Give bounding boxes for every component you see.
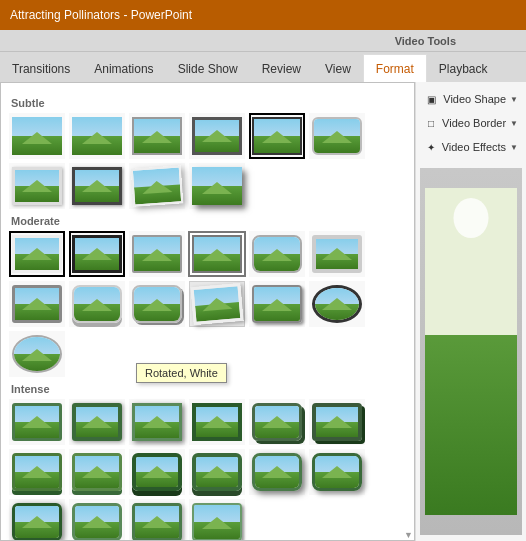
slide-thumbnail: [425, 188, 517, 515]
moderate-style-7[interactable]: [9, 281, 65, 327]
intense-style-16[interactable]: [189, 499, 245, 541]
tab-review[interactable]: Review: [250, 56, 313, 82]
video-effects-chevron: ▼: [510, 143, 518, 152]
moderate-style-13[interactable]: [9, 331, 65, 377]
intense-style-8[interactable]: [69, 449, 125, 495]
intense-style-13[interactable]: [9, 499, 65, 541]
subtle-style-10[interactable]: [189, 163, 245, 209]
tab-view[interactable]: View: [313, 56, 363, 82]
main-layout: Subtle: [0, 82, 526, 541]
moderate-style-11[interactable]: [249, 281, 305, 327]
tab-playback[interactable]: Playback: [427, 56, 500, 82]
subtle-style-1[interactable]: [9, 113, 65, 159]
intense-style-11[interactable]: [249, 449, 305, 495]
tab-transitions[interactable]: Transitions: [0, 56, 82, 82]
subtle-style-4[interactable]: [189, 113, 245, 159]
intense-style-7[interactable]: [9, 449, 65, 495]
subtle-style-9[interactable]: [129, 163, 185, 209]
intense-style-5[interactable]: [249, 399, 305, 445]
moderate-style-8[interactable]: [69, 281, 125, 327]
moderate-grid: [9, 231, 406, 377]
section-moderate: Moderate: [9, 215, 406, 227]
intense-style-3[interactable]: [129, 399, 185, 445]
video-tools-bar: Video Tools: [0, 30, 526, 52]
tab-slideshow[interactable]: Slide Show: [166, 56, 250, 82]
video-shape-chevron: ▼: [510, 95, 518, 104]
intense-style-15[interactable]: [129, 499, 185, 541]
intense-style-10[interactable]: [189, 449, 245, 495]
right-panel: ▣ Video Shape ▼ □ Video Border ▼ ✦ Video…: [415, 82, 526, 541]
slide-flower: [454, 198, 489, 238]
subtle-style-2[interactable]: [69, 113, 125, 159]
video-border-icon: □: [424, 115, 438, 131]
video-effects-label: Video Effects: [442, 141, 506, 153]
subtle-grid: [9, 113, 406, 209]
moderate-style-6[interactable]: [309, 231, 365, 277]
style-dropdown-panel: Subtle: [0, 82, 415, 541]
subtle-style-3[interactable]: [129, 113, 185, 159]
subtle-style-7[interactable]: [9, 163, 65, 209]
intense-style-14[interactable]: [69, 499, 125, 541]
slide-ground: [425, 335, 517, 515]
moderate-style-2[interactable]: [69, 231, 125, 277]
moderate-style-9[interactable]: [129, 281, 185, 327]
tab-animations[interactable]: Animations: [82, 56, 165, 82]
intense-style-12[interactable]: [309, 449, 365, 495]
intense-style-6[interactable]: [309, 399, 365, 445]
moderate-style-5[interactable]: [249, 231, 305, 277]
title-text: Attracting Pollinators - PowerPoint: [10, 8, 192, 22]
video-border-label: Video Border: [442, 117, 506, 129]
video-effects-icon: ✦: [424, 139, 438, 155]
subtle-style-6[interactable]: [309, 113, 365, 159]
subtle-style-8[interactable]: [69, 163, 125, 209]
moderate-style-4[interactable]: [189, 231, 245, 277]
intense-style-2[interactable]: [69, 399, 125, 445]
intense-style-4[interactable]: [189, 399, 245, 445]
intense-grid: [9, 399, 406, 541]
moderate-style-12[interactable]: [309, 281, 365, 327]
tab-format[interactable]: Format: [363, 54, 427, 82]
scroll-indicator: ▼: [404, 530, 412, 538]
ribbon-tabs: Transitions Animations Slide Show Review…: [0, 52, 526, 82]
video-border-button[interactable]: □ Video Border ▼: [420, 112, 522, 134]
tooltip-rotated-white: Rotated, White: [136, 363, 227, 383]
video-tools-label: Video Tools: [395, 35, 456, 47]
video-border-chevron: ▼: [510, 119, 518, 128]
title-bar: Attracting Pollinators - PowerPoint: [0, 0, 526, 30]
moderate-style-1[interactable]: [9, 231, 65, 277]
moderate-style-rotated-white[interactable]: [189, 281, 245, 327]
video-shape-icon: ▣: [424, 91, 439, 107]
intense-style-1[interactable]: [9, 399, 65, 445]
section-subtle: Subtle: [9, 97, 406, 109]
subtle-style-5[interactable]: [249, 113, 305, 159]
video-effects-button[interactable]: ✦ Video Effects ▼: [420, 136, 522, 158]
slide-preview-area: [420, 168, 522, 535]
video-shape-button[interactable]: ▣ Video Shape ▼: [420, 88, 522, 110]
moderate-style-3[interactable]: [129, 231, 185, 277]
video-shape-label: Video Shape: [443, 93, 506, 105]
intense-style-9[interactable]: [129, 449, 185, 495]
section-intense: Intense: [9, 383, 406, 395]
